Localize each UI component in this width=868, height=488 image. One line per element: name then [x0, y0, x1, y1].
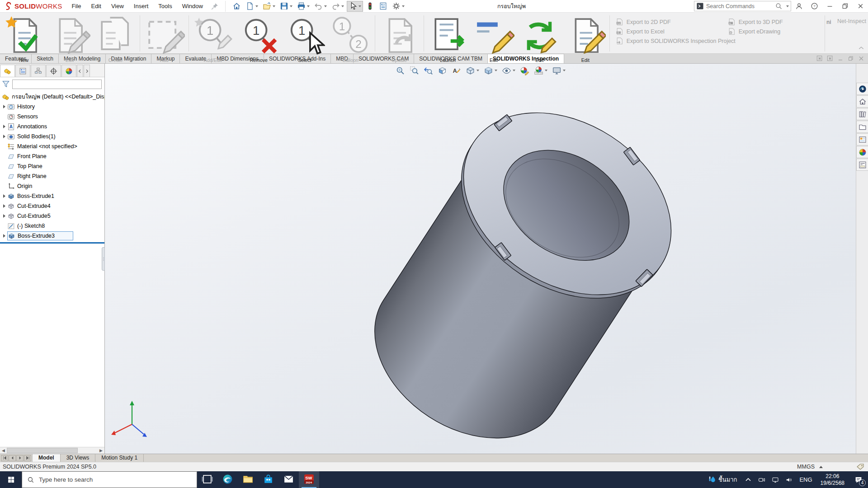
- scroll-right-arrow[interactable]: ▶: [98, 447, 104, 454]
- hide-show-items-dropdown-caret[interactable]: [513, 70, 515, 71]
- manager-tabs-scroll-right-button[interactable]: [84, 65, 90, 77]
- file-explorer-button[interactable]: [856, 121, 868, 133]
- restore-button[interactable]: [837, 0, 853, 13]
- expand-arrow-icon[interactable]: [1, 234, 7, 238]
- tree-item-cut-extrude5[interactable]: Cut-Extrude5: [0, 211, 104, 221]
- help-button[interactable]: ?: [807, 0, 822, 13]
- tree-item-annotations[interactable]: AAnnotations: [0, 122, 104, 131]
- pane-right-icon[interactable]: [827, 56, 833, 61]
- doc-minimize-icon[interactable]: [837, 56, 844, 61]
- close-button[interactable]: [853, 0, 868, 13]
- design-library-button[interactable]: [856, 108, 868, 120]
- expand-arrow-icon[interactable]: [1, 135, 7, 138]
- menu-view[interactable]: View: [106, 0, 129, 13]
- view-orientation-dropdown-caret[interactable]: [476, 70, 479, 71]
- taskbar-app-file-explorer-app[interactable]: [238, 471, 258, 488]
- action-center-button[interactable]: 4: [849, 471, 868, 488]
- display-style-dropdown-caret[interactable]: [495, 70, 497, 71]
- magnifier-icon[interactable]: [775, 2, 783, 10]
- tree-item-cut-extrude4[interactable]: Cut-Extrude4: [0, 201, 104, 211]
- pin-icon[interactable]: [211, 2, 219, 10]
- tree-filter-input[interactable]: [12, 80, 102, 89]
- panel-splitter-grip[interactable]: ⋮: [102, 247, 105, 271]
- scroll-left-arrow[interactable]: ◀: [0, 447, 7, 454]
- search-dropdown-caret[interactable]: [786, 5, 789, 7]
- edit-appearance-button[interactable]: [519, 65, 531, 76]
- menu-insert[interactable]: Insert: [129, 0, 154, 13]
- taskbar-app-edge[interactable]: [217, 471, 238, 488]
- manager-tabs-scroll-left-button[interactable]: [77, 65, 83, 77]
- ribbon-collapse-chevron-icon[interactable]: [857, 45, 865, 52]
- tree-item--sketch8[interactable]: (-) Sketch8: [0, 221, 104, 231]
- apply-scene-dropdown-caret[interactable]: [545, 70, 547, 71]
- rebuild-button[interactable]: [364, 1, 376, 12]
- manager-tab-dimxpertmanager[interactable]: [46, 65, 61, 77]
- hide-show-items-button[interactable]: [500, 65, 517, 76]
- weather-widget[interactable]: ชื้นมาก: [704, 475, 741, 484]
- home-button[interactable]: [231, 1, 243, 12]
- print-button[interactable]: [295, 1, 311, 12]
- options-dropdown-caret[interactable]: [402, 5, 405, 7]
- open-button[interactable]: [261, 1, 277, 12]
- previous-view-button[interactable]: [422, 65, 434, 76]
- panel-horizontal-scrollbar[interactable]: ◀ ▶: [0, 447, 104, 454]
- undo-button[interactable]: [312, 1, 329, 12]
- save-button[interactable]: [278, 1, 294, 12]
- graphics-area[interactable]: A กรอบใหญ่พ (Default) <<Default>_DisplHi…: [0, 63, 868, 454]
- taskbar-app-solidworks-app[interactable]: SW2024: [299, 471, 319, 488]
- expand-arrow-icon[interactable]: [1, 194, 7, 198]
- taskbar-search[interactable]: Type here to search: [22, 471, 197, 488]
- tree-item-boss-extrude3[interactable]: Boss-Extrude3: [0, 231, 104, 241]
- expand-arrow-icon[interactable]: [1, 214, 7, 218]
- view-orientation-button[interactable]: [464, 65, 481, 76]
- account-button[interactable]: [791, 0, 807, 13]
- manager-tab-displaymanager[interactable]: [61, 65, 76, 77]
- start-button[interactable]: [0, 471, 22, 488]
- remove-balloons-button[interactable]: 1RemoveBalloons: [236, 14, 282, 69]
- rollback-bar[interactable]: [0, 242, 104, 244]
- expand-arrow-icon[interactable]: [1, 105, 7, 108]
- appearances-scenes-button[interactable]: [856, 146, 868, 158]
- bottom-tab-motion-study-1[interactable]: Motion Study 1: [95, 454, 144, 462]
- manager-tab-propertymanager[interactable]: [15, 65, 30, 77]
- first-tab-button[interactable]: [1, 455, 8, 461]
- redo-button[interactable]: [330, 1, 346, 12]
- tree-item-history[interactable]: History: [0, 102, 104, 112]
- menu-file[interactable]: File: [67, 0, 86, 13]
- tree-item-sensors[interactable]: Sensors: [0, 112, 104, 122]
- undo-dropdown-caret[interactable]: [324, 5, 327, 7]
- tree-item-top-plane[interactable]: Top Plane: [0, 161, 104, 171]
- doc-restore-icon[interactable]: [848, 56, 854, 61]
- new-document-dropdown-caret[interactable]: [255, 5, 258, 7]
- network-icon[interactable]: [769, 471, 782, 488]
- tree-item-right-plane[interactable]: Right Plane: [0, 171, 104, 181]
- section-view-button[interactable]: [436, 65, 448, 76]
- clock[interactable]: 22:06 19/6/2568: [816, 473, 849, 487]
- units-selector[interactable]: MMGS: [797, 464, 823, 470]
- next-tab-button[interactable]: [16, 455, 24, 461]
- expand-arrow-icon[interactable]: [1, 204, 7, 208]
- bottom-tab-model[interactable]: Model: [33, 454, 61, 462]
- options-button[interactable]: [390, 1, 406, 12]
- language-indicator[interactable]: ENG: [796, 476, 816, 483]
- apply-scene-button[interactable]: [533, 65, 549, 76]
- edit-operations-button[interactable]: EditOperations: [517, 14, 562, 69]
- 3dexperience-marketplace-button[interactable]: [856, 83, 868, 95]
- meet-now-icon[interactable]: [755, 471, 769, 488]
- taskbar-app-store[interactable]: [258, 471, 278, 488]
- pane-left-icon[interactable]: [816, 56, 823, 61]
- bottom-tab-3d-views[interactable]: 3D Views: [61, 454, 95, 462]
- taskbar-app-task-view[interactable]: [197, 471, 217, 488]
- menu-tools[interactable]: Tools: [153, 0, 177, 13]
- menu-window[interactable]: Window: [177, 0, 208, 13]
- manager-tab-featuremanager[interactable]: [0, 65, 15, 77]
- tags-icon[interactable]: [856, 463, 864, 470]
- volume-icon[interactable]: [782, 471, 796, 488]
- file-properties-button[interactable]: [377, 1, 389, 12]
- last-tab-button[interactable]: [24, 455, 31, 461]
- menu-edit[interactable]: Edit: [86, 0, 106, 13]
- solidworks-resources-button[interactable]: [856, 95, 868, 108]
- hidden-icons-chevron[interactable]: [741, 471, 755, 488]
- display-style-button[interactable]: [482, 65, 499, 76]
- select-dropdown-caret[interactable]: [359, 5, 361, 7]
